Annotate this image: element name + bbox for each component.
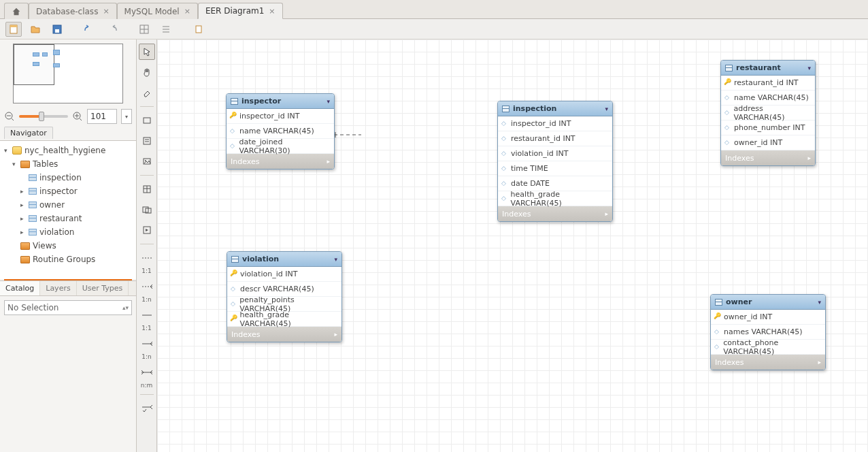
- export-button[interactable]: [190, 22, 207, 37]
- tree-table-violation[interactable]: ▸violation: [0, 225, 136, 239]
- layer-icon: [142, 116, 152, 125]
- column-name: owner_id INT: [734, 138, 782, 147]
- align-button[interactable]: [158, 22, 174, 37]
- rel-icon: [141, 369, 153, 376]
- eraser-tool[interactable]: [139, 84, 155, 101]
- hand-tool[interactable]: [139, 64, 155, 80]
- rel-edit-icon: [141, 404, 153, 413]
- tree-table-inspection[interactable]: inspection: [0, 171, 136, 184]
- svg-rect-3: [55, 29, 59, 33]
- relation-place-tool[interactable]: [139, 400, 155, 417]
- table-icon: [142, 184, 152, 194]
- undo-button[interactable]: [82, 22, 98, 37]
- rel-icon: [141, 312, 153, 319]
- tab-label: EER Diagram1: [205, 6, 264, 16]
- indexes-row[interactable]: Indexes▸: [227, 154, 334, 169]
- rel-icon: [141, 340, 153, 347]
- chevron-down-icon[interactable]: ▾: [818, 299, 821, 306]
- tree-routines-folder[interactable]: Routine Groups: [0, 253, 136, 266]
- chevron-down-icon[interactable]: ▾: [327, 98, 330, 105]
- svg-rect-10: [196, 26, 201, 33]
- zoom-in-icon[interactable]: [72, 111, 83, 122]
- image-tool[interactable]: [139, 153, 155, 170]
- undo-icon: [84, 24, 95, 35]
- entity-inspector[interactable]: inspector▾ inspector_id INT name VARCHAR…: [226, 93, 335, 170]
- relation-1-1-nonid[interactable]: [139, 250, 155, 266]
- tab-home[interactable]: [4, 3, 29, 19]
- entity-restaurant[interactable]: restaurant▾ restaurant_id INT name VARCH…: [720, 60, 816, 166]
- col-icon: [231, 301, 236, 308]
- tab-mysql-model[interactable]: MySQL Model ×: [117, 3, 198, 19]
- zoom-out-icon[interactable]: [4, 111, 15, 122]
- relation-n-m[interactable]: [139, 364, 155, 381]
- col-icon: [725, 110, 730, 116]
- close-icon[interactable]: ×: [103, 7, 109, 16]
- col-icon: [502, 165, 507, 172]
- column-name: name VARCHAR(45): [734, 93, 809, 102]
- selection-dropdown[interactable]: No Selection▴▾: [4, 300, 132, 315]
- chevron-down-icon[interactable]: ▾: [334, 256, 337, 263]
- entity-title: inspector: [241, 97, 281, 106]
- tree-table-restaurant[interactable]: ▸restaurant: [0, 212, 136, 225]
- image-icon: [142, 157, 152, 166]
- grid-toggle-button[interactable]: [136, 22, 152, 37]
- indexes-row[interactable]: Indexes▸: [721, 150, 815, 165]
- tab-eer-diagram[interactable]: EER Diagram1 ×: [198, 3, 283, 19]
- indexes-row[interactable]: Indexes▸: [498, 206, 612, 221]
- column-name: descr VARCHAR(45): [240, 285, 314, 293]
- svg-rect-18: [144, 118, 150, 123]
- routine-tool[interactable]: [139, 222, 155, 238]
- svg-line-15: [80, 118, 82, 120]
- tree-table-inspector[interactable]: ▸inspector: [0, 184, 136, 198]
- col-icon: [502, 135, 507, 142]
- column-name: address VARCHAR(45): [733, 104, 811, 122]
- zoom-value[interactable]: 101: [87, 109, 117, 124]
- close-icon[interactable]: ×: [184, 7, 190, 16]
- rel-label: 1:n: [141, 297, 151, 303]
- open-button[interactable]: [27, 22, 44, 37]
- view-tool[interactable]: [139, 201, 155, 218]
- pointer-tool[interactable]: [139, 44, 155, 60]
- routine-icon: [142, 225, 152, 235]
- text-tool[interactable]: [139, 133, 155, 149]
- zoom-slider[interactable]: [19, 115, 68, 118]
- relation-1-n-id[interactable]: [139, 336, 155, 352]
- redo-button[interactable]: [103, 22, 120, 37]
- table-tool[interactable]: [139, 181, 155, 197]
- col-icon: [725, 95, 731, 101]
- column-name: violation_id INT: [240, 270, 297, 278]
- tree-views-folder[interactable]: Views: [0, 239, 136, 253]
- indexes-row[interactable]: Indexes▸: [227, 327, 341, 342]
- tree-tables-folder[interactable]: ▾Tables: [0, 157, 136, 171]
- pk-icon: [715, 314, 720, 321]
- close-icon[interactable]: ×: [269, 7, 275, 16]
- column-name: name VARCHAR(45): [239, 127, 314, 135]
- user-types-tab[interactable]: User Types: [77, 281, 129, 295]
- tab-database-class[interactable]: Database-class ×: [29, 3, 117, 19]
- save-button[interactable]: [49, 22, 65, 37]
- save-icon: [52, 24, 63, 35]
- entity-owner[interactable]: owner▾ owner_id INT names VARCHAR(45) co…: [710, 294, 826, 370]
- chevron-down-icon[interactable]: ▾: [807, 65, 811, 71]
- table-icon: [725, 65, 733, 71]
- zoom-controls: 101 ▾: [0, 108, 136, 125]
- home-icon: [12, 7, 21, 16]
- layer-tool[interactable]: [139, 112, 155, 129]
- layers-tab[interactable]: Layers: [40, 281, 76, 295]
- entity-inspection[interactable]: inspection▾ inspector_id INT restaurant_…: [497, 101, 613, 222]
- chevron-down-icon[interactable]: ▾: [605, 106, 608, 112]
- tree-database[interactable]: ▾nyc_health_hygiene: [0, 144, 136, 157]
- entity-violation[interactable]: violation▾ violation_id INT descr VARCHA…: [227, 251, 342, 342]
- relation-1-1-id[interactable]: [139, 307, 155, 323]
- col-icon: [725, 140, 731, 146]
- tree-table-owner[interactable]: ▸owner: [0, 198, 136, 212]
- new-file-button[interactable]: [5, 22, 22, 37]
- diagram-canvas[interactable]: inspector▾ inspector_id INT name VARCHAR…: [157, 39, 868, 452]
- indexes-row[interactable]: Indexes▸: [711, 355, 825, 370]
- relation-1-n-nonid[interactable]: [139, 278, 155, 295]
- minimap[interactable]: [13, 44, 123, 103]
- navigator-tab[interactable]: Navigator: [4, 127, 53, 139]
- zoom-dropdown[interactable]: ▾: [121, 109, 132, 124]
- catalog-tab[interactable]: Catalog: [0, 281, 40, 295]
- rel-label: 1:1: [141, 325, 151, 332]
